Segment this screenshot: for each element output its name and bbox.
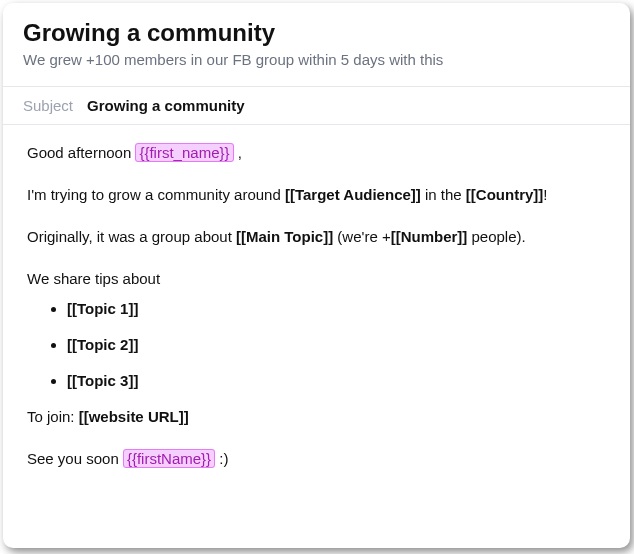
subject-bar: Subject Growing a community — [3, 86, 630, 125]
placeholder-main-topic[interactable]: [[Main Topic]] — [236, 228, 333, 245]
origin-text-b: (we're + — [333, 228, 390, 245]
variable-firstname[interactable]: {{firstName}} — [123, 449, 215, 468]
join-line: To join: [[website URL]] — [27, 405, 606, 429]
closing-line: See you soon {{firstName}} :) — [27, 447, 606, 471]
closing-text-b: :) — [215, 450, 228, 467]
origin-text-a: Originally, it was a group about — [27, 228, 236, 245]
topics-list: [[Topic 1]] [[Topic 2]] [[Topic 3]] — [27, 297, 606, 393]
origin-text-c: people). — [467, 228, 525, 245]
placeholder-country[interactable]: [[Country]] — [466, 186, 543, 203]
join-text: To join: — [27, 408, 79, 425]
intro-text-a: I'm trying to grow a community around — [27, 186, 285, 203]
placeholder-topic-3[interactable]: [[Topic 3]] — [67, 369, 606, 393]
greeting-line: Good afternoon {{first_name}} , — [27, 141, 606, 165]
greeting-suffix: , — [234, 144, 242, 161]
intro-text-b: in the — [421, 186, 466, 203]
template-body: Good afternoon {{first_name}} , I'm tryi… — [3, 125, 630, 509]
subject-value: Growing a community — [87, 97, 245, 114]
placeholder-target-audience[interactable]: [[Target Audience]] — [285, 186, 421, 203]
template-subtitle: We grew +100 members in our FB group wit… — [23, 51, 610, 68]
origin-line: Originally, it was a group about [[Main … — [27, 225, 606, 249]
placeholder-website-url[interactable]: [[website URL]] — [79, 408, 189, 425]
card-header: Growing a community We grew +100 members… — [3, 3, 630, 80]
closing-text-a: See you soon — [27, 450, 123, 467]
subject-label: Subject — [23, 97, 73, 114]
share-intro: We share tips about — [27, 267, 606, 291]
template-card: Growing a community We grew +100 members… — [3, 3, 630, 548]
placeholder-number[interactable]: [[Number]] — [391, 228, 468, 245]
placeholder-topic-1[interactable]: [[Topic 1]] — [67, 297, 606, 321]
intro-text-c: ! — [543, 186, 547, 203]
template-title: Growing a community — [23, 19, 610, 47]
placeholder-topic-2[interactable]: [[Topic 2]] — [67, 333, 606, 357]
intro-line: I'm trying to grow a community around [[… — [27, 183, 606, 207]
variable-first-name[interactable]: {{first_name}} — [135, 143, 233, 162]
greeting-prefix: Good afternoon — [27, 144, 135, 161]
